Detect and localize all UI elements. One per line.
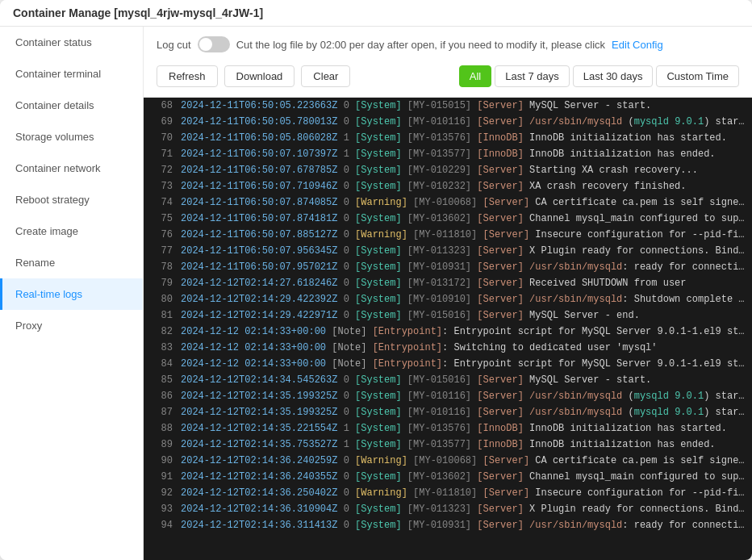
log-row: 802024-12-12T02:14:29.422392Z 0 [System]… — [144, 291, 752, 307]
log-row: 782024-12-11T06:50:07.957021Z 0 [System]… — [144, 259, 752, 275]
log-line-content: 2024-12-12 02:14:33+00:00 [Note] [Entryp… — [181, 324, 746, 339]
log-line-content: 2024-12-11T06:50:05.223663Z 0 [System] [… — [181, 98, 651, 113]
log-line-number: 83 — [150, 341, 173, 355]
log-line-number: 78 — [150, 260, 173, 274]
log-line-content: 2024-12-11T06:50:07.874181Z 0 [System] [… — [181, 211, 746, 226]
time-filter-group: AllLast 7 daysLast 30 daysCustom Time — [459, 65, 739, 87]
log-row: 872024-12-12T02:14:35.199325Z 0 [System]… — [144, 404, 752, 420]
log-line-content: 2024-12-11T06:50:07.957021Z 0 [System] [… — [181, 260, 746, 274]
log-row: 882024-12-12T02:14:35.221554Z 1 [System]… — [144, 420, 752, 437]
edit-config-link[interactable]: Edit Config — [612, 39, 663, 51]
log-line-content: 2024-12-12T02:14:29.422971Z 0 [System] [… — [181, 308, 640, 323]
log-line-number: 73 — [150, 179, 173, 194]
log-line-number: 74 — [150, 195, 173, 210]
sidebar-item-rename[interactable]: Rename — [0, 247, 143, 278]
log-line-content: 2024-12-12T02:14:36.240259Z 0 [Warning] … — [181, 453, 746, 468]
log-line-content: 2024-12-12T02:14:35.199325Z 0 [System] [… — [181, 389, 746, 403]
log-row: 852024-12-12T02:14:34.545263Z 0 [System]… — [144, 372, 752, 388]
log-line-content: 2024-12-11T06:50:07.678785Z 0 [System] [… — [181, 163, 698, 178]
sidebar-item-real-time-logs[interactable]: Real-time logs — [0, 278, 143, 310]
log-cut-label: Log cut — [157, 39, 191, 51]
content-area: Log cut Cut the log file by 02:00 per da… — [144, 27, 752, 560]
log-line-number: 91 — [150, 470, 173, 484]
sidebar-item-container-network[interactable]: Container network — [0, 153, 143, 184]
log-line-number: 93 — [150, 502, 173, 516]
log-row: 792024-12-12T02:14:27.618246Z 0 [System]… — [144, 275, 752, 291]
btn-row: Refresh Download Clear AllLast 7 daysLas… — [157, 65, 739, 87]
time-filter-all[interactable]: All — [459, 65, 491, 87]
log-row: 762024-12-11T06:50:07.885127Z 0 [Warning… — [144, 227, 752, 243]
log-line-number: 87 — [150, 405, 173, 420]
log-line-number: 88 — [150, 421, 173, 436]
log-row: 912024-12-12T02:14:36.240355Z 0 [System]… — [144, 469, 752, 485]
log-line-content: 2024-12-12 02:14:33+00:00 [Note] [Entryp… — [181, 357, 746, 371]
log-cut-description: Cut the log file by 02:00 per day after … — [236, 39, 605, 51]
log-line-number: 80 — [150, 292, 173, 307]
log-row: 742024-12-11T06:50:07.874085Z 0 [Warning… — [144, 194, 752, 211]
log-row: 682024-12-11T06:50:05.223663Z 0 [System]… — [144, 98, 752, 114]
log-line-number: 79 — [150, 276, 173, 290]
log-line-content: 2024-12-12T02:14:29.422392Z 0 [System] [… — [181, 292, 746, 307]
sidebar-item-reboot-strategy[interactable]: Reboot strategy — [0, 184, 143, 215]
log-line-content: 2024-12-12T02:14:36.311413Z 0 [System] [… — [181, 518, 746, 533]
sidebar-item-create-image[interactable]: Create image — [0, 215, 143, 247]
time-filter-last7[interactable]: Last 7 days — [495, 65, 570, 87]
log-line-content: 2024-12-11T06:50:07.107397Z 1 [System] [… — [181, 147, 716, 161]
log-line-content: 2024-12-12T02:14:36.250402Z 0 [Warning] … — [181, 486, 746, 500]
log-line-content: 2024-12-11T06:50:05.780013Z 0 [System] [… — [181, 115, 746, 129]
log-line-content: 2024-12-12T02:14:27.618246Z 0 [System] [… — [181, 276, 687, 290]
log-line-content: 2024-12-12T02:14:35.199325Z 0 [System] [… — [181, 405, 746, 420]
log-line-content: 2024-12-12T02:14:36.310904Z 0 [System] [… — [181, 502, 746, 516]
log-row: 832024-12-12 02:14:33+00:00 [Note] [Entr… — [144, 340, 752, 356]
log-line-content: 2024-12-12T02:14:35.753527Z 1 [System] [… — [181, 437, 716, 452]
log-row: 822024-12-12 02:14:33+00:00 [Note] [Entr… — [144, 324, 752, 340]
download-button[interactable]: Download — [224, 65, 295, 87]
log-row: 892024-12-12T02:14:35.753527Z 1 [System]… — [144, 437, 752, 453]
log-line-number: 92 — [150, 486, 173, 500]
log-cut-row: Log cut Cut the log file by 02:00 per da… — [157, 36, 739, 52]
log-line-content: 2024-12-12T02:14:36.240355Z 0 [System] [… — [181, 470, 746, 484]
log-line-number: 68 — [150, 98, 173, 113]
log-row: 842024-12-12 02:14:33+00:00 [Note] [Entr… — [144, 356, 752, 372]
log-line-number: 81 — [150, 308, 173, 323]
log-line-content: 2024-12-12T02:14:34.545263Z 0 [System] [… — [181, 373, 651, 387]
log-line-number: 71 — [150, 147, 173, 161]
log-line-content: 2024-12-11T06:50:07.885127Z 0 [Warning] … — [181, 228, 746, 242]
log-row: 862024-12-12T02:14:35.199325Z 0 [System]… — [144, 388, 752, 404]
sidebar-item-container-status[interactable]: Container status — [0, 27, 143, 58]
log-row: 942024-12-12T02:14:36.311413Z 0 [System]… — [144, 517, 752, 533]
clear-button[interactable]: Clear — [301, 65, 350, 87]
app-container: Container Manage [mysql_4rjw-mysql_4rJW-… — [0, 0, 752, 560]
log-row: 732024-12-11T06:50:07.710946Z 0 [System]… — [144, 178, 752, 194]
log-terminal[interactable]: 682024-12-11T06:50:05.223663Z 0 [System]… — [144, 98, 752, 560]
log-line-number: 70 — [150, 131, 173, 145]
sidebar-item-storage-volumes[interactable]: Storage volumes — [0, 121, 143, 153]
log-row: 752024-12-11T06:50:07.874181Z 0 [System]… — [144, 211, 752, 227]
log-line-number: 69 — [150, 115, 173, 129]
time-filter-custom[interactable]: Custom Time — [656, 65, 739, 87]
log-line-number: 94 — [150, 518, 173, 533]
sidebar-item-proxy[interactable]: Proxy — [0, 310, 143, 341]
log-line-content: 2024-12-12 02:14:33+00:00 [Note] [Entryp… — [181, 341, 658, 355]
log-row: 702024-12-11T06:50:05.806028Z 1 [System]… — [144, 130, 752, 146]
log-line-content: 2024-12-11T06:50:07.710946Z 0 [System] [… — [181, 179, 687, 194]
log-row: 692024-12-11T06:50:05.780013Z 0 [System]… — [144, 114, 752, 130]
log-line-number: 86 — [150, 389, 173, 403]
refresh-button[interactable]: Refresh — [157, 65, 218, 87]
app-title: Container Manage [mysql_4rjw-mysql_4rJW-… — [13, 6, 263, 19]
title-bar: Container Manage [mysql_4rjw-mysql_4rJW-… — [0, 0, 752, 27]
log-line-content: 2024-12-11T06:50:05.806028Z 1 [System] [… — [181, 131, 727, 145]
log-row: 932024-12-12T02:14:36.310904Z 0 [System]… — [144, 501, 752, 517]
toggle-slider — [198, 36, 230, 52]
time-filter-last30[interactable]: Last 30 days — [573, 65, 654, 87]
log-row: 902024-12-12T02:14:36.240259Z 0 [Warning… — [144, 453, 752, 469]
log-line-number: 84 — [150, 357, 173, 371]
log-line-number: 89 — [150, 437, 173, 452]
log-line-number: 76 — [150, 228, 173, 242]
sidebar-item-container-details[interactable]: Container details — [0, 90, 143, 121]
sidebar-item-container-terminal[interactable]: Container terminal — [0, 58, 143, 90]
log-cut-toggle[interactable] — [198, 36, 230, 52]
log-row: 712024-12-11T06:50:07.107397Z 1 [System]… — [144, 146, 752, 162]
log-row: 772024-12-11T06:50:07.956345Z 0 [System]… — [144, 243, 752, 259]
log-line-content: 2024-12-11T06:50:07.956345Z 0 [System] [… — [181, 244, 746, 258]
